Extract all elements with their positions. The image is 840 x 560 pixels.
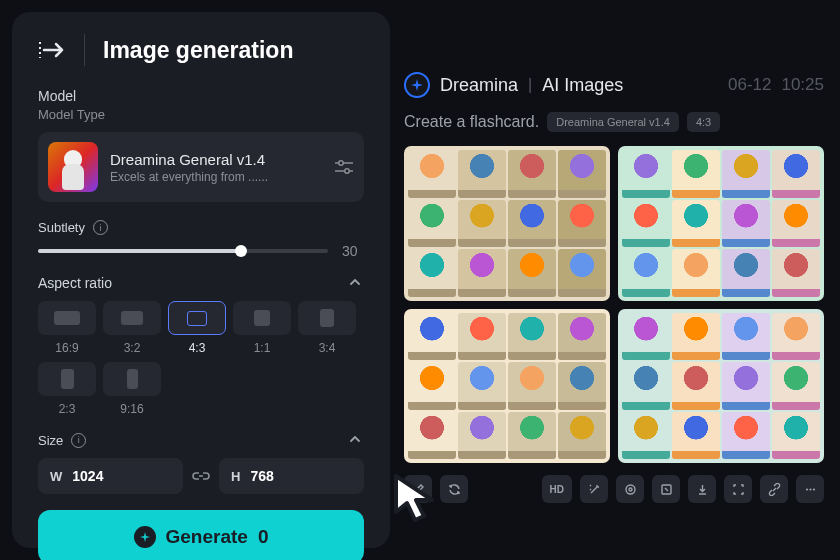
aspect-option-3-4[interactable]: 3:4 (298, 301, 356, 355)
model-section-label: Model (38, 88, 364, 104)
subtlety-label: Subtlety (38, 220, 85, 235)
model-type-label: Model Type (38, 107, 364, 122)
download-button[interactable] (688, 475, 716, 503)
link-button[interactable] (760, 475, 788, 503)
slider-thumb[interactable] (235, 245, 247, 257)
svg-point-9 (809, 488, 811, 490)
back-icon[interactable] (38, 39, 66, 61)
svg-point-2 (339, 161, 343, 165)
aspect-label: 3:2 (124, 341, 141, 355)
divider (84, 34, 85, 66)
model-description: Excels at everything from ...... (110, 170, 322, 184)
svg-point-10 (812, 488, 814, 490)
height-letter: H (231, 469, 240, 484)
subtlety-slider[interactable] (38, 249, 328, 253)
chevron-up-icon[interactable] (348, 275, 364, 291)
chevron-up-icon[interactable] (348, 432, 364, 448)
generate-label: Generate (166, 526, 248, 548)
info-icon[interactable]: i (71, 433, 86, 448)
brand-name: Dreamina (440, 75, 518, 96)
aspect-ratio-label: Aspect ratio (38, 275, 112, 291)
aspect-chip: 4:3 (687, 112, 720, 132)
more-button[interactable] (796, 475, 824, 503)
generate-count: 0 (258, 526, 269, 548)
svg-point-6 (629, 488, 632, 491)
aspect-label: 2:3 (59, 402, 76, 416)
aspect-ratio-grid: 16:93:24:31:13:42:39:16 (38, 301, 364, 416)
variation-button[interactable] (616, 475, 644, 503)
model-name: Dreamina General v1.4 (110, 151, 322, 168)
link-dimensions-icon[interactable] (191, 466, 211, 486)
prompt-text: Create a flashcard. (404, 113, 539, 131)
sparkle-icon (134, 526, 156, 548)
time-text: 10:25 (781, 75, 824, 95)
model-chip: Dreamina General v1.4 (547, 112, 679, 132)
results-panel: Dreamina | AI Images 06-12 10:25 Create … (400, 12, 828, 548)
aspect-option-1-1[interactable]: 1:1 (233, 301, 291, 355)
aspect-label: 3:4 (319, 341, 336, 355)
width-letter: W (50, 469, 62, 484)
info-icon[interactable]: i (93, 220, 108, 235)
section-name: AI Images (542, 75, 623, 96)
results-grid (404, 146, 824, 463)
height-value: 768 (250, 468, 273, 484)
model-selector[interactable]: Dreamina General v1.4 Excels at everythi… (38, 132, 364, 202)
aspect-label: 16:9 (55, 341, 78, 355)
size-label: Size (38, 433, 63, 448)
model-settings-icon[interactable] (334, 157, 354, 177)
width-input[interactable]: W 1024 (38, 458, 183, 494)
aspect-label: 1:1 (254, 341, 271, 355)
aspect-label: 9:16 (120, 402, 143, 416)
height-input[interactable]: H 768 (219, 458, 364, 494)
result-thumbnail[interactable] (618, 146, 824, 301)
magic-button[interactable] (580, 475, 608, 503)
subtlety-value: 30 (342, 243, 364, 259)
result-thumbnail[interactable] (404, 309, 610, 464)
aspect-option-2-3[interactable]: 2:3 (38, 362, 96, 416)
edit-button[interactable] (404, 475, 432, 503)
result-thumbnail[interactable] (404, 146, 610, 301)
width-value: 1024 (72, 468, 103, 484)
generate-button[interactable]: Generate 0 (38, 510, 364, 560)
refresh-button[interactable] (440, 475, 468, 503)
aspect-option-4-3[interactable]: 4:3 (168, 301, 226, 355)
panel-title: Image generation (103, 37, 293, 64)
model-thumbnail (48, 142, 98, 192)
aspect-option-16-9[interactable]: 16:9 (38, 301, 96, 355)
aspect-option-9-16[interactable]: 9:16 (103, 362, 161, 416)
aspect-label: 4:3 (189, 341, 206, 355)
svg-point-4 (345, 169, 349, 173)
separator: | (528, 76, 532, 94)
aspect-option-3-2[interactable]: 3:2 (103, 301, 161, 355)
svg-point-8 (805, 488, 807, 490)
hd-button[interactable]: HD (542, 475, 572, 503)
brand-spark-icon (404, 72, 430, 98)
generation-panel: Image generation Model Model Type Dreami… (12, 12, 390, 548)
svg-point-5 (626, 485, 635, 494)
frame-button[interactable] (724, 475, 752, 503)
expand-button[interactable] (652, 475, 680, 503)
date-text: 06-12 (728, 75, 771, 95)
result-thumbnail[interactable] (618, 309, 824, 464)
